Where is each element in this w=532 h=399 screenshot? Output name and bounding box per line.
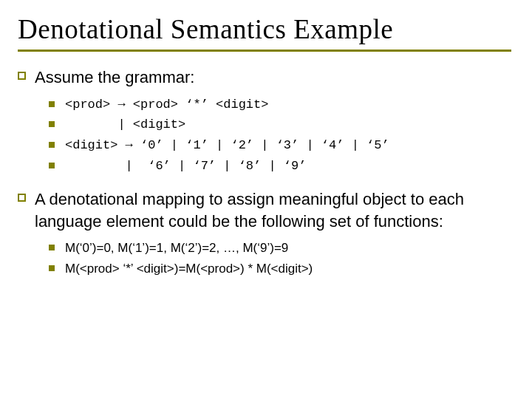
grammar-rule: | <digit> (65, 116, 185, 134)
square-solid-icon (49, 101, 55, 107)
list-item: M(<prod> ‘*’ <digit>)=M(<prod>) * M(<dig… (49, 260, 511, 278)
square-open-icon (18, 194, 26, 202)
mapping-rule: M(<prod> ‘*’ <digit>)=M(<prod>) * M(<dig… (65, 260, 313, 278)
list-item: <digit> → ‘0’ | ‘1’ | ‘2’ | ‘3’ | ‘4’ | … (49, 137, 511, 154)
section-mapping: A denotational mapping to assign meaning… (18, 188, 511, 278)
mapping-list: M(‘0’)=0, M(‘1’)=1, M(‘2’)=2, …, M(‘9’)=… (49, 239, 511, 278)
square-solid-icon (49, 163, 55, 168)
grammar-rules-list: <prod> → <prod> ‘*’ <digit> | <digit> <d… (49, 96, 511, 175)
list-item: | <digit> (49, 116, 511, 134)
mapping-rule: M(‘0’)=0, M(‘1’)=1, M(‘2’)=2, …, M(‘9’)=… (65, 239, 288, 257)
square-open-icon (18, 72, 26, 80)
grammar-rule: <prod> → <prod> ‘*’ <digit> (65, 96, 268, 114)
title-underline (18, 50, 511, 52)
grammar-rule: <digit> → ‘0’ | ‘1’ | ‘2’ | ‘3’ | ‘4’ | … (65, 137, 389, 154)
square-solid-icon (49, 142, 55, 148)
slide-title: Denotational Semantics Example (18, 13, 511, 45)
bullet-level1: Assume the grammar: (18, 66, 511, 89)
bullet-level1: A denotational mapping to assign meaning… (18, 188, 511, 232)
square-solid-icon (49, 265, 55, 271)
grammar-rule: | ‘6’ | ‘7’ | ‘8’ | ‘9’ (65, 157, 306, 175)
section-heading: Assume the grammar: (35, 66, 194, 89)
section-heading: A denotational mapping to assign meaning… (35, 188, 511, 232)
section-grammar: Assume the grammar: <prod> → <prod> ‘*’ … (18, 66, 511, 175)
list-item: M(‘0’)=0, M(‘1’)=1, M(‘2’)=2, …, M(‘9’)=… (49, 239, 511, 257)
list-item: <prod> → <prod> ‘*’ <digit> (49, 96, 511, 114)
square-solid-icon (49, 245, 55, 250)
square-solid-icon (49, 121, 55, 127)
list-item: | ‘6’ | ‘7’ | ‘8’ | ‘9’ (49, 157, 511, 175)
